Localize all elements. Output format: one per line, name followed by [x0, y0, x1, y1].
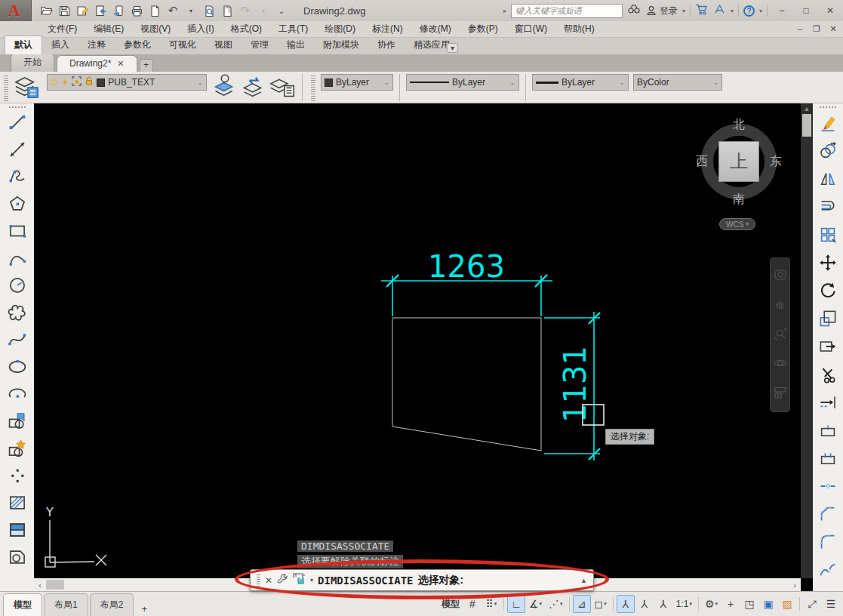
workspace-switching-toggle[interactable]: ⚙▾ [702, 595, 721, 613]
search-input[interactable] [511, 4, 623, 18]
application-menu-button[interactable]: A▾ [0, 0, 32, 21]
object-color-dropdown[interactable]: ByLayer ⌄ [321, 74, 393, 91]
ribbon-tab-6[interactable]: 管理 [242, 36, 278, 54]
plot-style-dropdown[interactable]: ByColor ⌄ [633, 74, 722, 91]
tool-multiple-points[interactable] [5, 464, 30, 491]
open-icon[interactable] [38, 2, 54, 19]
viewcube-top-face[interactable]: 上 [718, 141, 759, 182]
ortho-mode-toggle[interactable]: ∟ [507, 595, 525, 613]
tool-spline[interactable] [5, 328, 30, 355]
zoom-icon[interactable] [773, 326, 788, 344]
file-tab-1[interactable]: Drawing2*✕ [57, 55, 137, 72]
show-motion-icon[interactable] [773, 385, 788, 403]
qat-customize-icon[interactable]: ⌄ [273, 2, 290, 19]
file-tab-0[interactable]: 开始 [11, 53, 54, 72]
menu-item-11[interactable]: 帮助(H) [555, 21, 603, 38]
tool-region[interactable] [5, 545, 30, 572]
close-button[interactable]: ✕ [820, 3, 840, 18]
tool-break-at-point[interactable] [815, 417, 841, 445]
tool-polygon[interactable] [5, 192, 30, 219]
isolate-objects-toggle[interactable]: ◳ [740, 595, 758, 613]
help-icon[interactable] [743, 5, 755, 17]
ribbon-tab-3[interactable]: 参数化 [115, 36, 160, 54]
dynamic-input-toggle[interactable]: ⊿ [573, 595, 591, 613]
tool-scale[interactable] [815, 306, 841, 334]
scroll-up-icon[interactable]: ▲ [801, 103, 813, 112]
tool-blend-curves[interactable] [815, 557, 841, 585]
tool-chamfer[interactable] [815, 501, 841, 529]
viewcube-north[interactable]: 北 [731, 117, 747, 132]
dimension-value-horizontal[interactable]: 1263 [428, 249, 505, 284]
selection-cycling-toggle[interactable]: ◻▾ [592, 595, 610, 613]
viewcube-east[interactable]: 东 [768, 154, 784, 169]
lineweight-dropdown[interactable]: ByLayer ⌄ [532, 74, 629, 91]
command-close-icon[interactable]: ✕ [265, 575, 272, 586]
menu-item-10[interactable]: 窗口(W) [506, 21, 555, 38]
chevron-down-icon[interactable]: ▾ [310, 577, 313, 584]
share-menu-icon[interactable]: ▾ [731, 8, 734, 14]
menu-item-6[interactable]: 绘图(D) [316, 21, 364, 38]
command-grip[interactable] [257, 574, 260, 587]
maximize-button[interactable]: □ [796, 3, 816, 18]
menu-item-5[interactable]: 工具(T) [270, 21, 316, 38]
chevron-down-icon[interactable]: ⌄ [712, 79, 718, 86]
redo-icon[interactable]: ↷ [237, 2, 254, 19]
viewcube-west[interactable]: 西 [694, 154, 710, 169]
layer-properties-icon[interactable] [14, 74, 42, 101]
ribbon-tab-0[interactable]: 默认 [5, 35, 42, 54]
ribbon-state-toggle[interactable]: ▾ [447, 43, 458, 53]
tool-polyline[interactable] [5, 165, 30, 192]
tool-create-block[interactable] [5, 436, 30, 464]
menu-item-7[interactable]: 标注(N) [364, 21, 411, 38]
tool-rectangle[interactable] [5, 219, 30, 246]
menu-item-3[interactable]: 插入(I) [179, 21, 222, 38]
grid-display-toggle[interactable]: # [463, 595, 481, 613]
viewcube-south[interactable]: 南 [731, 192, 747, 207]
ribbon-tab-7[interactable]: 输出 [278, 36, 314, 54]
tool-array[interactable] [815, 222, 841, 250]
tool-construction-line[interactable] [5, 137, 30, 165]
tool-copy[interactable] [815, 138, 841, 166]
dimension-value-vertical[interactable]: 1131 [558, 346, 592, 423]
linetype-dropdown[interactable]: ByLayer ⌄ [406, 74, 519, 91]
menu-item-2[interactable]: 视图(V) [132, 21, 179, 38]
panel-grip[interactable] [311, 75, 315, 101]
make-current-layer-icon[interactable] [211, 74, 238, 100]
minimize-button[interactable]: – [772, 3, 792, 18]
wcs-dropdown[interactable]: WCS▾ [719, 218, 755, 230]
layer-on-bulb-icon[interactable]: ⏻ [51, 77, 58, 88]
pan-icon[interactable] [773, 297, 788, 315]
chevron-down-icon[interactable]: ⌄ [509, 79, 515, 86]
tool-stretch[interactable] [815, 334, 841, 362]
tool-move[interactable] [815, 250, 841, 278]
tool-arc[interactable] [5, 246, 30, 273]
save-as-icon[interactable] [74, 2, 91, 19]
annotation-scale-toggle[interactable]: 1:1▾ [673, 595, 695, 613]
drawn-polyline-shape[interactable] [392, 318, 541, 451]
layer-dropdown[interactable]: ⏻ ☀ PUB_TEXT ⌄ [47, 74, 207, 91]
tool-insert-block[interactable] [5, 409, 30, 436]
graphics-performance-toggle[interactable]: ▣ [759, 595, 777, 613]
menu-item-9[interactable]: 参数(P) [460, 21, 506, 38]
tool-fillet[interactable] [815, 529, 841, 557]
chevron-down-icon[interactable]: ⌄ [619, 79, 625, 86]
ribbon-tab-5[interactable]: 视图 [205, 36, 242, 54]
model-space-button[interactable]: 模型 [438, 595, 463, 613]
ribbon-tab-2[interactable]: 注释 [78, 36, 115, 54]
menu-item-4[interactable]: 格式(O) [223, 21, 270, 38]
tool-rotate[interactable] [815, 278, 841, 306]
help-menu-icon[interactable]: ▾ [759, 8, 762, 14]
tool-erase[interactable] [815, 110, 841, 138]
panel-grip[interactable] [4, 75, 8, 101]
open-from-web-icon[interactable] [92, 2, 109, 19]
app-store-cart-icon[interactable] [695, 3, 709, 19]
vertical-scrollbar[interactable]: ▲ [801, 103, 813, 578]
command-expand-icon[interactable]: ▲ [580, 577, 587, 584]
tool-mirror[interactable] [815, 166, 841, 194]
drawing-canvas[interactable]: 1263 1131 [34, 103, 813, 591]
polar-tracking-toggle[interactable]: ∡▾ [526, 595, 545, 613]
new-layout-button[interactable]: + [135, 602, 153, 616]
ribbon-tab-1[interactable]: 插入 [42, 36, 78, 54]
plot-icon[interactable] [128, 2, 145, 19]
annotation-scale-flag-toggle[interactable]: ⅄ [654, 595, 672, 613]
